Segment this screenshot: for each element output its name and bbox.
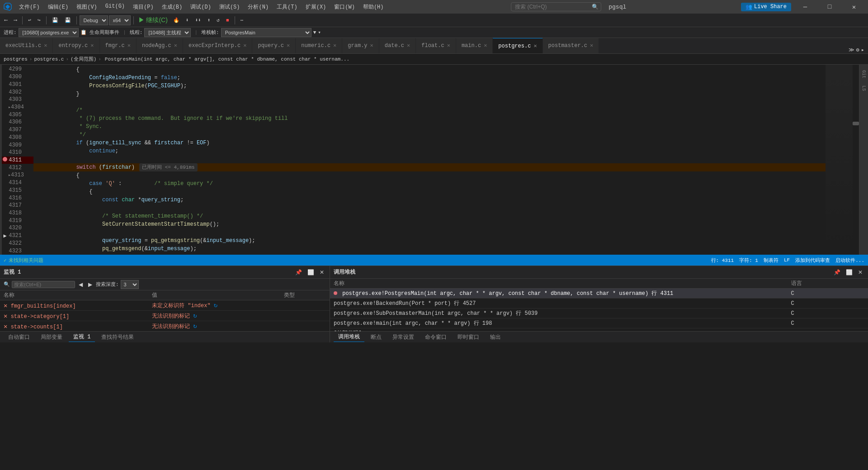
depth-select[interactable]: 3: [121, 280, 139, 289]
tab-float[interactable]: float.c ✕: [416, 38, 456, 53]
save-button[interactable]: 💾: [49, 16, 61, 24]
menu-file[interactable]: 文件(F): [15, 2, 43, 12]
breadcrumb-scope[interactable]: (全局范围): [71, 56, 96, 62]
tab-postgres[interactable]: postgres.c ✕: [493, 38, 542, 53]
tab-breakpoints[interactable]: 断点: [366, 332, 386, 342]
menu-extensions[interactable]: 扩展(X): [302, 2, 330, 12]
menu-test[interactable]: 测试(S): [216, 2, 244, 12]
live-share-button[interactable]: 👥 Live Share: [741, 3, 791, 11]
tab-postmaster-close[interactable]: ✕: [590, 42, 593, 49]
tab-postgres-close[interactable]: ✕: [533, 43, 537, 49]
menu-build[interactable]: 生成(B): [158, 2, 186, 12]
minimize-button[interactable]: —: [795, 0, 816, 14]
tab-watch-1[interactable]: 监视 1: [69, 332, 95, 342]
tab-immediate-window[interactable]: 即时窗口: [453, 332, 484, 342]
step-out-button[interactable]: ⬆: [205, 16, 213, 24]
tab-date-close[interactable]: ✕: [407, 42, 410, 49]
tab-callstack[interactable]: 调用堆栈: [334, 332, 364, 342]
menu-window[interactable]: 窗口(W): [330, 2, 359, 12]
menu-debug[interactable]: 调试(D): [187, 2, 215, 12]
live-share-sidebar-icon[interactable]: LS: [860, 84, 867, 93]
maximize-button[interactable]: □: [819, 0, 840, 14]
redo-button[interactable]: ↪: [35, 16, 43, 24]
tab-nodeagg[interactable]: nodeAgg.c ✕: [137, 38, 183, 53]
tab-executils[interactable]: execUtils.c ✕: [0, 38, 53, 53]
stop-button[interactable]: ■: [223, 17, 232, 24]
git-sidebar-icon[interactable]: Git: [860, 68, 867, 80]
menu-git[interactable]: Git(G): [102, 2, 128, 12]
close-button[interactable]: ✕: [844, 0, 864, 14]
overflow-icon[interactable]: ≫: [849, 47, 854, 53]
step-over-button[interactable]: ⬇: [183, 16, 192, 24]
right-sidebar-toggle[interactable]: ▸: [861, 47, 864, 53]
watch-close-button[interactable]: ✕: [318, 268, 326, 276]
tab-float-close[interactable]: ✕: [447, 42, 450, 49]
callstack-table: 名称 语言 postgres.exe!PostgresMain(int argc…: [330, 279, 868, 331]
tab-fmgr[interactable]: fmgr.c ✕: [100, 38, 137, 53]
save-all-button[interactable]: 💾: [62, 16, 74, 24]
back-button[interactable]: ⟵: [2, 16, 10, 24]
callstack-close-button[interactable]: ✕: [856, 268, 864, 276]
breadcrumb-file[interactable]: postgres.c: [34, 57, 64, 62]
forward-button[interactable]: ⟶: [11, 16, 20, 24]
tab-command-window[interactable]: 命令窗口: [420, 332, 451, 342]
tab-find-symbol[interactable]: 查找符号结果: [97, 332, 138, 342]
settings-icon[interactable]: ⚙: [856, 47, 859, 53]
step-into-button[interactable]: ⬇⬇: [192, 16, 203, 24]
search-input[interactable]: [511, 2, 601, 11]
menu-edit[interactable]: 编辑(E): [44, 2, 72, 12]
tab-nodeagg-close[interactable]: ✕: [174, 42, 177, 49]
undo-button[interactable]: ↩: [25, 16, 34, 24]
tab-gramy-close[interactable]: ✕: [370, 42, 373, 49]
breadcrumb-project[interactable]: postgres: [4, 57, 28, 62]
tab-numeric-close[interactable]: ✕: [333, 42, 336, 49]
tab-postmaster[interactable]: postmaster.c ✕: [543, 38, 599, 53]
tab-output[interactable]: 输出: [486, 332, 505, 342]
tab-pquery-close[interactable]: ✕: [287, 42, 290, 49]
menu-analyze[interactable]: 分析(N): [244, 2, 272, 12]
watch-forward-button[interactable]: ▶: [86, 280, 94, 289]
watch-back-button[interactable]: ◀: [77, 280, 85, 289]
process-select[interactable]: [10680] postgres.exe: [19, 28, 79, 37]
menu-help[interactable]: 帮助(H): [359, 2, 387, 12]
tab-entropy[interactable]: entropy.c ✕: [53, 38, 99, 53]
menu-tools[interactable]: 工具(T): [273, 2, 301, 12]
tab-numeric[interactable]: numeric.c ✕: [296, 38, 342, 53]
tab-main[interactable]: main.c ✕: [456, 38, 493, 53]
watch-search-input[interactable]: [12, 281, 75, 288]
callstack-pin-button[interactable]: 📌: [832, 268, 842, 276]
frame-label: 堆栈帧:: [201, 29, 219, 36]
platform-select[interactable]: x64: [109, 15, 131, 25]
tab-fmgr-close[interactable]: ✕: [127, 42, 131, 49]
watch-float-button[interactable]: ⬜: [306, 268, 316, 276]
menu-project[interactable]: 项目(P): [129, 2, 157, 12]
refresh-icon[interactable]: ↻: [193, 312, 197, 319]
code-editor[interactable]: { ConfigReloadPending = false; ProcessCo…: [33, 65, 826, 255]
continue-button[interactable]: ▶ 继续(C): [137, 15, 170, 25]
toolbar-more[interactable]: ⋯: [238, 16, 246, 24]
code-line-4317: /* Set statement_timestamp() */: [33, 212, 826, 220]
tab-entropy-close[interactable]: ✕: [90, 42, 94, 49]
tab-exception-settings[interactable]: 异常设置: [388, 332, 419, 342]
config-select[interactable]: Debug: [80, 15, 108, 25]
watch-pin-button[interactable]: 📌: [293, 268, 304, 276]
tab-date[interactable]: date.c ✕: [379, 38, 416, 53]
tab-pquery[interactable]: pquery.c ✕: [252, 38, 296, 53]
tab-execexprinterp[interactable]: execExprInterp.c ✕: [183, 38, 252, 53]
callstack-float-button[interactable]: ⬜: [844, 268, 854, 276]
refresh-icon[interactable]: ↻: [193, 323, 197, 330]
tab-executils-close[interactable]: ✕: [44, 42, 47, 49]
refresh-icon[interactable]: ↻: [214, 302, 217, 309]
tab-execexprinterp-close[interactable]: ✕: [243, 42, 246, 49]
hot-reload-button[interactable]: 🔥: [170, 16, 182, 24]
restart-button[interactable]: ↺: [214, 16, 222, 24]
add-ai-button[interactable]: 添加到代码审查: [795, 257, 830, 264]
editor-scrollbar[interactable]: [853, 65, 859, 255]
tab-local-vars[interactable]: 局部变量: [36, 332, 67, 342]
thread-select[interactable]: [10488] 主线程: [144, 28, 191, 37]
tab-auto-window[interactable]: 自动窗口: [4, 332, 34, 342]
tab-gramy[interactable]: gram.y ✕: [342, 38, 379, 53]
menu-view[interactable]: 视图(V): [73, 2, 101, 12]
frame-select[interactable]: PostgresMain: [221, 28, 311, 37]
tab-main-close[interactable]: ✕: [484, 42, 487, 49]
